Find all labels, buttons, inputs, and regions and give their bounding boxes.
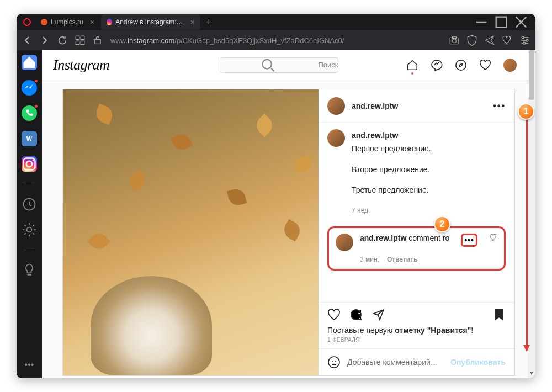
sidebar-settings-icon[interactable] (22, 222, 37, 237)
post-container: and.rew.lptw ••• and.rew.lptw Первое пре… (42, 80, 535, 378)
tab-lumpics[interactable]: Lumpics.ru × (35, 14, 100, 30)
sidebar-more-icon[interactable]: ••• (22, 357, 37, 373)
shield-icon[interactable] (467, 35, 477, 46)
comment-input[interactable] (347, 358, 444, 367)
instagram-nav (406, 59, 517, 72)
svg-point-15 (522, 36, 524, 39)
comment-like-button[interactable] (490, 234, 497, 243)
reply-button[interactable]: Ответить (387, 256, 417, 263)
reload-button[interactable] (57, 35, 67, 45)
svg-point-20 (33, 160, 34, 161)
caption-text: and.rew.lptw Первое предложение. Второе … (352, 129, 431, 216)
svg-marker-26 (459, 63, 463, 67)
url-field[interactable]: www.instagram.com/p/CKuGcp_hsd5qXE3QjjxS… (110, 36, 442, 45)
instagram-header: Instagram Поиск (42, 50, 535, 80)
opera-icon (23, 18, 31, 26)
comment-username[interactable]: and.rew.lptw (360, 234, 406, 242)
maximize-button[interactable] (491, 14, 511, 30)
scroll-thumb[interactable] (529, 50, 534, 100)
post-image[interactable] (63, 89, 319, 375)
send-icon[interactable] (485, 35, 495, 45)
tab-instagram[interactable]: Andrew в Instagram: « П… × (101, 14, 200, 30)
url-path: /p/CKuGcp_hsd5qXE3QjjxSxdH_vfZaDdC6eIGNA… (174, 36, 344, 45)
sidebar-whatsapp-icon[interactable] (22, 105, 37, 121)
caption-username[interactable]: and.rew.lptw (352, 131, 398, 140)
page-scrollbar[interactable]: ▲ ▼ (528, 50, 535, 378)
sidebar-messenger-icon[interactable] (22, 80, 37, 96)
instagram-logo[interactable]: Instagram (53, 57, 109, 73)
url-prefix: www. (110, 36, 128, 45)
svg-point-28 (332, 361, 333, 362)
close-icon[interactable]: × (190, 18, 195, 27)
svg-point-27 (328, 357, 339, 368)
address-bar: www.instagram.com/p/CKuGcp_hsd5qXE3QjjxS… (17, 30, 535, 50)
padlock-icon[interactable] (93, 35, 103, 45)
emoji-button[interactable] (327, 356, 341, 369)
speed-dial-button[interactable] (75, 35, 85, 45)
url-host: instagram.com (128, 36, 174, 45)
svg-rect-6 (76, 41, 79, 44)
comment-avatar[interactable] (336, 234, 353, 251)
sidebar-hint-icon[interactable] (22, 262, 37, 278)
heart-icon[interactable] (502, 36, 512, 45)
svg-point-10 (453, 39, 457, 43)
caption-time: 7 нед. (352, 205, 431, 216)
svg-rect-4 (76, 36, 79, 39)
comment-actions: 3 мин. Ответить (360, 256, 497, 263)
post-header: and.rew.lptw ••• (319, 89, 514, 123)
search-placeholder: Поиск (318, 61, 338, 69)
favicon-lumpics (41, 19, 47, 25)
action-row (327, 308, 506, 321)
author-avatar[interactable] (327, 97, 345, 115)
post-body: and.rew.lptw Первое предложение. Второе … (319, 123, 514, 302)
svg-rect-1 (496, 17, 507, 28)
comment-text: and.rew.lptwcomment ro (360, 234, 451, 242)
close-icon[interactable]: × (90, 18, 94, 27)
messenger-icon[interactable] (431, 59, 443, 71)
publish-button[interactable]: Опубликовать (450, 358, 506, 367)
tab-title: Lumpics.ru (51, 18, 83, 26)
comment-button[interactable] (349, 308, 363, 321)
snapshot-icon[interactable] (449, 36, 459, 45)
likes-prompt[interactable]: Поставьте первую отметку "Нравится"! (327, 326, 506, 335)
save-button[interactable] (492, 308, 506, 321)
highlighted-comment: 2 and.rew.lptwcomment ro ••• (327, 226, 506, 271)
easy-setup-icon[interactable] (520, 35, 530, 45)
svg-point-25 (456, 60, 466, 70)
instagram-post: and.rew.lptw ••• and.rew.lptw Первое пре… (62, 89, 515, 376)
sidebar-home-icon[interactable] (22, 55, 37, 70)
post-date: 1 ФЕВРАЛЯ (327, 337, 506, 343)
post-side: and.rew.lptw ••• and.rew.lptw Первое пре… (319, 89, 514, 375)
share-button[interactable] (371, 308, 385, 321)
caption-avatar[interactable] (327, 129, 345, 147)
browser-window: Lumpics.ru × Andrew в Instagram: « П… × … (17, 14, 535, 378)
like-button[interactable] (327, 308, 341, 321)
dog-decoration (91, 276, 212, 375)
back-button[interactable] (22, 35, 32, 45)
caption-row: and.rew.lptw Первое предложение. Второе … (327, 129, 506, 216)
sidebar-instagram-icon[interactable] (22, 156, 37, 172)
svg-point-29 (335, 361, 336, 362)
activity-icon[interactable] (479, 59, 491, 71)
svg-rect-8 (95, 40, 100, 44)
minimize-button[interactable] (471, 14, 491, 30)
svg-point-19 (26, 161, 33, 167)
sidebar-history-icon[interactable] (22, 197, 37, 212)
explore-icon[interactable] (455, 59, 467, 71)
close-button[interactable] (511, 14, 531, 30)
annotation-badge-2: 2 (434, 216, 450, 232)
search-input[interactable]: Поиск (220, 57, 338, 73)
svg-rect-5 (81, 36, 84, 39)
forward-button[interactable] (40, 35, 50, 45)
svg-point-16 (526, 39, 528, 41)
post-more-button[interactable]: ••• (493, 101, 506, 111)
sidebar-vk-icon[interactable]: W (22, 131, 37, 146)
opera-sidebar: W ••• (17, 50, 42, 378)
author-username[interactable]: and.rew.lptw (352, 102, 398, 110)
new-tab-button[interactable]: + (206, 17, 212, 28)
profile-avatar[interactable] (503, 59, 517, 72)
comment-time: 3 мин. (360, 256, 379, 263)
scroll-down-arrow[interactable]: ▼ (528, 370, 535, 378)
comment-more-button[interactable]: ••• (461, 234, 477, 247)
home-icon[interactable] (406, 59, 418, 71)
